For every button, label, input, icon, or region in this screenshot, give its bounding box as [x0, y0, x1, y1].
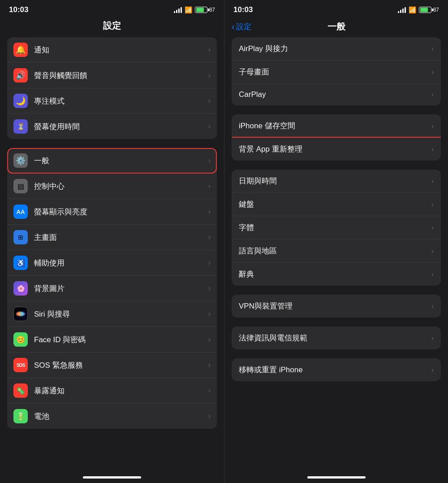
right-item-airplay[interactable]: AirPlay 與接力 › — [232, 37, 441, 61]
left-time: 10:03 — [9, 5, 28, 14]
right-header: ‹ 設定 一般 — [224, 18, 448, 37]
screentime-icon: ⏳ — [13, 119, 28, 134]
chevron-icon: › — [208, 310, 211, 318]
sidebar-item-display[interactable]: AA 螢幕顯示與亮度 › — [7, 199, 217, 225]
left-page-title: 設定 — [0, 18, 224, 37]
accessibility-label: 輔助使用 — [34, 258, 208, 268]
chevron-icon: › — [208, 233, 211, 241]
sidebar-item-accessibility[interactable]: ♿ 輔助使用 › — [7, 250, 217, 276]
right-item-legal[interactable]: 法律資訊與電信規範 › — [232, 326, 441, 349]
right-battery-container: 87 — [419, 7, 439, 13]
sidebar-item-screentime[interactable]: ⏳ 螢幕使用時間 › — [7, 114, 217, 139]
right-item-bgapp[interactable]: 背景 App 重新整理 › — [232, 138, 441, 161]
datetime-label: 日期與時間 — [239, 176, 277, 186]
right-item-language[interactable]: 語言與地區 › — [232, 239, 441, 263]
right-group-4: VPN與裝置管理 › — [232, 295, 441, 318]
general-icon: ⚙️ — [13, 153, 28, 168]
sidebar-item-sos[interactable]: SOS SOS 緊急服務 › — [7, 352, 217, 378]
sound-label: 聲音與觸覺回饋 — [34, 70, 208, 81]
right-group-5: 法律資訊與電信規範 › — [232, 326, 441, 349]
sidebar-item-home[interactable]: ⊞ 主畫面 › — [7, 225, 217, 250]
wifi-icon: 📶 — [185, 6, 192, 13]
sidebar-item-siri[interactable]: Siri 與搜尋 › — [7, 301, 217, 327]
chevron-icon: › — [431, 247, 434, 255]
sound-icon: 🔊 — [13, 68, 28, 83]
general-label: 一般 — [34, 156, 208, 166]
faceid-label: Face ID 與密碼 — [34, 335, 208, 345]
exposure-label: 暴露通知 — [34, 386, 208, 396]
chevron-icon: › — [208, 97, 211, 105]
battery-label: 電池 — [34, 411, 208, 422]
sidebar-item-sound[interactable]: 🔊 聲音與觸覺回饋 › — [7, 63, 217, 88]
right-home-indicator — [307, 476, 366, 479]
chevron-icon: › — [208, 361, 211, 369]
sidebar-item-focus[interactable]: 🌙 專注模式 › — [7, 88, 217, 114]
control-label: 控制中心 — [34, 181, 208, 191]
back-button[interactable]: ‹ 設定 — [232, 22, 251, 32]
right-item-keyboard[interactable]: 鍵盤 › — [232, 193, 441, 216]
dictionary-label: 辭典 — [239, 269, 254, 279]
right-item-datetime[interactable]: 日期與時間 › — [232, 170, 441, 193]
chevron-icon: › — [431, 200, 434, 209]
exposure-icon: 🦠 — [13, 383, 28, 398]
pip-label: 子母畫面 — [239, 67, 269, 77]
chevron-icon: › — [208, 284, 211, 292]
right-item-dictionary[interactable]: 辭典 › — [232, 263, 441, 286]
display-icon: AA — [13, 205, 28, 219]
sidebar-item-notification[interactable]: 🔔 通知 › — [7, 37, 217, 63]
airplay-label: AirPlay 與接力 — [239, 44, 288, 54]
home-icon: ⊞ — [13, 230, 28, 244]
right-signal-icon — [398, 7, 406, 13]
chevron-icon: › — [208, 157, 211, 165]
focus-label: 專注模式 — [34, 96, 208, 106]
right-settings-scroll: AirPlay 與接力 › 子母畫面 › CarPlay › iPhone 儲存… — [224, 37, 448, 473]
bgapp-label: 背景 App 重新整理 — [239, 144, 302, 154]
sidebar-item-control[interactable]: ▤ 控制中心 › — [7, 174, 217, 199]
sos-label: SOS 緊急服務 — [34, 360, 208, 370]
right-group-3: 日期與時間 › 鍵盤 › 字體 › 語言與地區 › 辭典 › — [232, 170, 441, 286]
right-battery-icon — [419, 7, 431, 13]
signal-icon — [174, 7, 182, 13]
right-status-bar: 10:03 📶 87 — [224, 0, 448, 18]
chevron-icon: › — [431, 177, 434, 185]
notification-icon: 🔔 — [13, 43, 28, 57]
storage-label: iPhone 儲存空間 — [239, 121, 295, 131]
right-item-carplay[interactable]: CarPlay › — [232, 84, 441, 105]
sidebar-item-general[interactable]: ⚙️ 一般 › — [7, 148, 217, 174]
right-panel: 10:03 📶 87 ‹ 設定 一般 AirPlay 與接力 — [224, 0, 448, 483]
right-page-title: 一般 — [327, 21, 345, 33]
language-label: 語言與地區 — [239, 246, 277, 256]
sidebar-item-faceid[interactable]: 😊 Face ID 與密碼 › — [7, 327, 217, 352]
right-wifi-icon: 📶 — [409, 6, 416, 13]
left-status-bar: 10:03 📶 87 — [0, 0, 224, 18]
chevron-icon: › — [208, 46, 211, 54]
battery-icon — [195, 7, 207, 13]
siri-label: Siri 與搜尋 — [34, 309, 208, 319]
right-item-vpn[interactable]: VPN與裝置管理 › — [232, 295, 441, 318]
right-item-pip[interactable]: 子母畫面 › — [232, 61, 441, 84]
home-label: 主畫面 — [34, 232, 208, 243]
right-item-storage[interactable]: iPhone 儲存空間 › — [232, 114, 441, 138]
screentime-label: 螢幕使用時間 — [34, 122, 208, 132]
sidebar-item-exposure[interactable]: 🦠 暴露通知 › — [7, 378, 217, 404]
right-item-transfer[interactable]: 移轉或重置 iPhone › — [232, 358, 441, 381]
chevron-icon: › — [208, 335, 211, 344]
chevron-icon: › — [431, 366, 434, 374]
chevron-icon: › — [431, 334, 434, 342]
right-time: 10:03 — [233, 5, 253, 14]
accessibility-icon: ♿ — [13, 256, 28, 270]
left-status-icons: 📶 87 — [174, 6, 215, 13]
chevron-icon: › — [431, 68, 434, 76]
faceid-icon: 😊 — [13, 332, 28, 347]
chevron-icon: › — [431, 122, 434, 130]
right-group-1: AirPlay 與接力 › 子母畫面 › CarPlay › — [232, 37, 441, 105]
left-settings-scroll: 🔔 通知 › 🔊 聲音與觸覺回饋 › 🌙 專注模式 › ⏳ 螢幕使用時間 › — [0, 37, 224, 473]
right-item-fonts[interactable]: 字體 › — [232, 216, 441, 239]
keyboard-label: 鍵盤 — [239, 199, 254, 209]
chevron-icon: › — [431, 270, 434, 278]
right-status-icons: 📶 87 — [398, 6, 439, 13]
right-group-6: 移轉或重置 iPhone › — [232, 358, 441, 381]
sidebar-item-battery[interactable]: 🔋 電池 › — [7, 404, 217, 429]
sidebar-item-wallpaper[interactable]: 🌸 背景圖片 › — [7, 276, 217, 301]
chevron-icon: › — [208, 387, 211, 395]
